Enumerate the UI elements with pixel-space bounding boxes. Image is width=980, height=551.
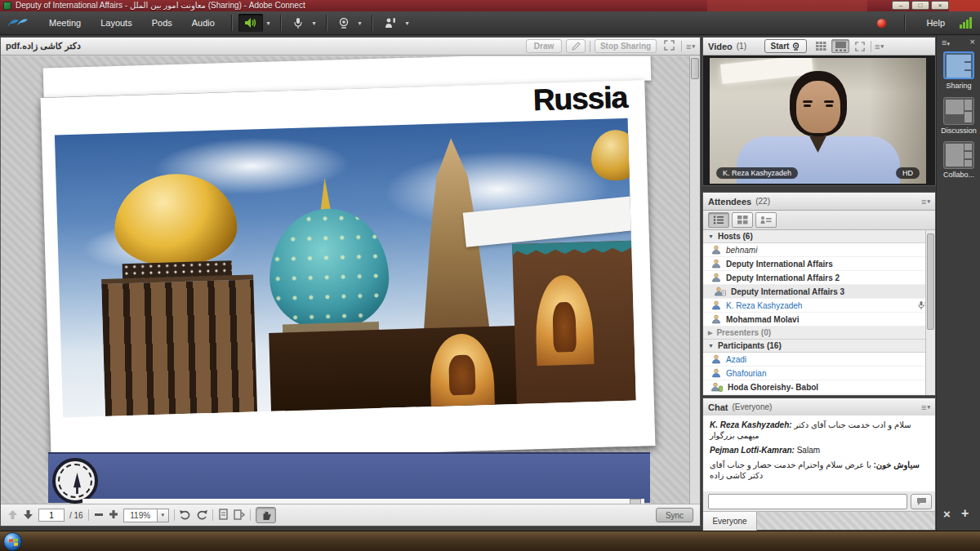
tab-everyone[interactable]: Everyone xyxy=(703,512,757,531)
video-pod-menu-button[interactable]: ≡▾ xyxy=(875,42,884,51)
layout-collaboration[interactable] xyxy=(943,141,974,169)
attendee-row[interactable]: Mohammad Molavi xyxy=(703,313,935,327)
presenters-section-header[interactable]: ▶ Presenters (0) xyxy=(703,327,935,340)
speaker-menu-button[interactable]: ▾ xyxy=(263,14,274,32)
attendee-sharing-icon xyxy=(715,287,726,296)
close-button[interactable]: × xyxy=(931,1,949,10)
attendee-row[interactable]: Ghafourian xyxy=(703,367,935,380)
raise-hand-menu-button[interactable]: ▾ xyxy=(402,14,412,32)
divider xyxy=(871,41,871,52)
attendee-icon xyxy=(711,300,721,310)
chat-message: K. Reza Kashyzadeh: سلام و ادب خدمت جناب… xyxy=(710,420,929,441)
page-up-button[interactable] xyxy=(7,509,18,522)
chevron-down-icon: ▾ xyxy=(947,41,950,47)
chevron-down-icon: ▾ xyxy=(927,404,930,411)
sidebar-close-button[interactable]: × xyxy=(970,37,975,47)
chat-input[interactable] xyxy=(708,494,907,509)
microphone-button[interactable] xyxy=(287,14,309,32)
connection-signal-icon[interactable] xyxy=(960,17,972,29)
menu-pods[interactable]: Pods xyxy=(142,11,182,35)
share-pod-menu-button[interactable]: ≡▾ xyxy=(686,42,695,51)
menu-meeting[interactable]: Meeting xyxy=(39,11,91,35)
menu-audio[interactable]: Audio xyxy=(182,11,225,35)
layout-discussion[interactable] xyxy=(943,97,974,125)
undo-button[interactable] xyxy=(180,509,191,522)
share-stage: Russia xyxy=(1,56,700,504)
titlebar-glass xyxy=(707,0,867,11)
microphone-icon xyxy=(293,17,303,29)
undo-icon xyxy=(180,509,191,520)
attendee-name: K. Reza Kashyzadeh xyxy=(726,301,802,310)
maximize-button[interactable]: □ xyxy=(911,1,929,10)
send-message-button[interactable] xyxy=(911,494,932,509)
layout-sharing[interactable] xyxy=(943,51,974,79)
scrollbar-thumb[interactable] xyxy=(691,58,699,79)
attendees-scrollbar[interactable] xyxy=(925,230,935,395)
recording-indicator-icon[interactable] xyxy=(877,19,886,28)
stop-sharing-button[interactable]: Stop Sharing xyxy=(595,39,657,53)
pointer-tool-button[interactable] xyxy=(566,39,586,53)
video-fullscreen-button[interactable] xyxy=(851,39,869,53)
fit-height-button[interactable] xyxy=(234,509,245,522)
bell-tower xyxy=(101,274,257,415)
pan-tool-button[interactable] xyxy=(256,507,276,523)
webcam-video: K. Reza Kashyzadeh HD xyxy=(710,58,926,184)
windows-taskbar: ▶ e W EN ▲ xyxy=(0,531,980,551)
window-title: Deputy of International Affairs - معاونت… xyxy=(16,1,305,10)
divider xyxy=(88,509,89,521)
hosts-section-label: Hosts (6) xyxy=(718,232,753,241)
fullscreen-button[interactable] xyxy=(661,40,677,52)
attendee-list-view-button[interactable] xyxy=(708,212,729,228)
share-vertical-scrollbar[interactable] xyxy=(689,56,700,504)
layouts-sidebar: ≡▾ × Sharing Discussion Collabo... × + xyxy=(936,35,980,531)
sync-button[interactable]: Sync xyxy=(656,508,693,522)
gold-arch xyxy=(534,274,594,366)
attendee-status-view-button[interactable] xyxy=(755,212,777,228)
filmstrip-view-button[interactable] xyxy=(831,39,849,53)
participants-section-header[interactable]: ▼ Participants (16) xyxy=(703,340,935,353)
divider xyxy=(280,15,281,31)
draw-button[interactable]: Draw xyxy=(526,39,562,53)
attendee-row[interactable]: Azadi xyxy=(703,353,935,367)
zoom-in-button[interactable] xyxy=(109,509,118,521)
zoom-out-button[interactable] xyxy=(94,509,104,521)
attendee-grid-view-button[interactable] xyxy=(732,212,753,228)
webcam-menu-button[interactable]: ▾ xyxy=(354,14,365,32)
arrow-up-icon xyxy=(7,509,18,520)
menu-layouts-label: Layouts xyxy=(100,18,132,28)
attendee-row[interactable]: Hoda Ghoreishy- Babol xyxy=(703,380,935,394)
start-webcam-button[interactable]: Start xyxy=(764,39,807,53)
microphone-menu-button[interactable]: ▾ xyxy=(309,14,319,32)
scrollbar-thumb[interactable] xyxy=(927,233,934,330)
chat-pod-header: Chat (Everyone) ≡▾ xyxy=(703,398,935,416)
attendee-row[interactable]: Deputy International Affairs 3 xyxy=(703,285,935,299)
webcam-button[interactable] xyxy=(333,14,354,32)
menu-icon: ≡ xyxy=(921,402,926,412)
attendee-row[interactable]: K. Reza Kashyzadeh xyxy=(703,299,935,313)
start-button[interactable] xyxy=(3,532,22,551)
chat-text: Salam xyxy=(797,446,820,455)
attendee-name: Mohammad Molavi xyxy=(726,315,799,324)
close-pod-button[interactable]: × xyxy=(943,507,951,521)
attendee-row[interactable]: Deputy International Affairs 2 xyxy=(703,271,935,285)
add-pod-button[interactable]: + xyxy=(961,506,969,521)
attendees-pod-menu-button[interactable]: ≡▾ xyxy=(921,197,930,207)
minimize-button[interactable]: – xyxy=(892,1,910,10)
attendee-row[interactable]: Deputy International Affairs xyxy=(703,257,935,271)
zoom-level-select[interactable]: 119% ▾ xyxy=(123,509,169,522)
redo-button[interactable] xyxy=(196,509,207,522)
menu-layouts[interactable]: Layouts xyxy=(91,11,142,35)
attendee-row[interactable]: behnami xyxy=(703,243,935,257)
hosts-section-header[interactable]: ▼ Hosts (6) xyxy=(703,230,935,243)
speaker-button[interactable] xyxy=(238,14,263,32)
fit-width-icon xyxy=(234,509,245,520)
fit-width-button[interactable] xyxy=(218,509,229,522)
grid-view-button[interactable] xyxy=(812,39,830,53)
page-number-input[interactable] xyxy=(38,509,65,522)
page-down-button[interactable] xyxy=(23,509,33,522)
chat-pod-menu-button[interactable]: ≡▾ xyxy=(921,402,930,412)
raise-hand-button[interactable] xyxy=(379,14,402,32)
divider xyxy=(250,509,251,521)
menu-help[interactable]: Help xyxy=(923,11,948,35)
sidebar-menu-button[interactable]: ≡▾ xyxy=(942,38,950,47)
